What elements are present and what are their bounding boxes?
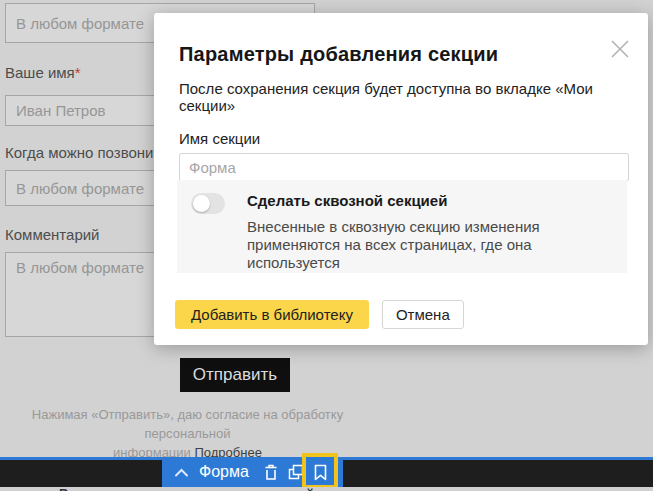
name-label: Ваше имя* xyxy=(5,64,81,81)
clipped-text-fragment: й xyxy=(306,487,314,491)
section-name-label: Форма xyxy=(199,463,249,481)
add-section-dialog: Параметры добавления секции После сохран… xyxy=(154,13,648,345)
toggle-description: Внесенные в сквозную секцию изменения пр… xyxy=(247,218,613,272)
close-icon[interactable] xyxy=(608,37,632,61)
disclaimer-text: Нажимая «Отправить», даю согласие на обр… xyxy=(32,407,343,441)
trash-icon[interactable] xyxy=(262,462,280,482)
required-mark: * xyxy=(75,64,81,81)
comment-label: Комментарий xyxy=(5,226,99,243)
chevron-up-icon[interactable] xyxy=(172,462,190,482)
screen: Ваше имя* Когда можно позвонить Коммента… xyxy=(0,0,653,491)
toggle-knob xyxy=(193,195,210,212)
add-to-library-button[interactable]: Добавить в библиотеку xyxy=(175,300,369,329)
consent-disclaimer: Нажимая «Отправить», даю согласие на обр… xyxy=(0,405,375,462)
toggle-label: Сделать сквозной секцией xyxy=(247,192,613,209)
section-control-panel: Форма xyxy=(162,457,343,487)
section-name-input[interactable] xyxy=(179,153,629,181)
submit-button[interactable]: Отправить xyxy=(180,358,290,392)
dialog-subtitle: После сохранения секция будет доступна в… xyxy=(179,80,628,114)
phone-label: Когда можно позвонить xyxy=(5,144,168,161)
global-section-toggle[interactable] xyxy=(191,193,225,214)
section-name-field-label: Имя секции xyxy=(179,130,628,147)
duplicate-icon[interactable] xyxy=(287,462,305,482)
clipped-text-fragment: В xyxy=(59,487,68,491)
global-section-panel: Сделать сквозной секцией Внесенные в скв… xyxy=(177,180,627,273)
next-section-peek: В й xyxy=(0,487,653,491)
dialog-title: Параметры добавления секции xyxy=(179,43,628,66)
bookmark-icon[interactable] xyxy=(312,462,330,482)
cancel-button[interactable]: Отмена xyxy=(382,300,464,329)
